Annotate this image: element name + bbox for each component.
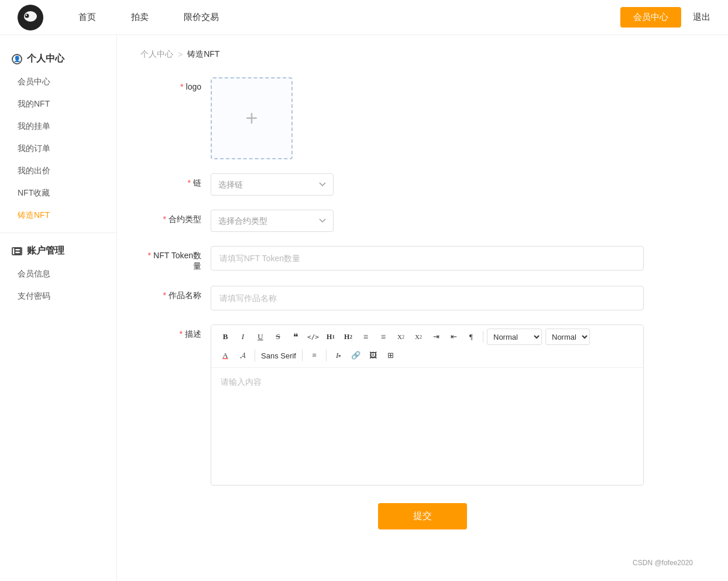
nav-home[interactable]: 首页: [78, 12, 96, 23]
personal-section-title: 👤 个人中心: [0, 47, 116, 71]
form-row-chain: *链 选择链: [140, 173, 705, 196]
contract-select[interactable]: 选择合约类型: [211, 210, 334, 232]
form-row-desc: *描述 B I U S ❝ </> H1 H2: [140, 324, 705, 486]
logo-label: *logo: [140, 77, 211, 91]
form-row-logo: *logo +: [140, 77, 705, 159]
logout-button[interactable]: 退出: [693, 12, 710, 23]
toolbar-bold[interactable]: B: [217, 329, 233, 345]
chain-content: 选择链: [211, 173, 644, 196]
sidebar-item-member-info[interactable]: 会员信息: [0, 263, 116, 285]
toolbar-clear-format[interactable]: Ix: [330, 347, 346, 364]
toolbar-unordered-list[interactable]: ≡: [375, 329, 392, 345]
main-content: 个人中心 > 铸造NFT *logo + *链 选择链: [117, 35, 728, 581]
editor-placeholder: 请输入内容: [221, 377, 262, 387]
rich-editor: B I U S ❝ </> H1 H2 ≡ ≡ X2 X2 ⇥: [211, 324, 644, 486]
sidebar-item-member-center[interactable]: 会员中心: [0, 71, 116, 93]
toolbar-link[interactable]: 🔗: [348, 347, 364, 364]
toolbar-strikethrough[interactable]: S: [270, 329, 286, 345]
toolbar-code[interactable]: </>: [305, 329, 321, 345]
nav-links: 首页 拍卖 限价交易: [78, 12, 620, 23]
toolbar-quote[interactable]: ❝: [287, 329, 304, 345]
footer-watermark: CSDN @fofee2020: [140, 553, 705, 573]
header-right: 会员中心 退出: [620, 7, 710, 28]
sidebar-item-my-bids[interactable]: 我的出价: [0, 160, 116, 182]
desc-label: *描述: [140, 324, 211, 340]
toolbar-h2[interactable]: H2: [340, 329, 356, 345]
desc-content: B I U S ❝ </> H1 H2 ≡ ≡ X2 X2 ⇥: [211, 324, 644, 486]
user-icon: 👤: [12, 54, 22, 64]
work-name-input[interactable]: [211, 286, 644, 310]
form-row-contract: *合约类型 选择合约类型: [140, 210, 705, 232]
toolbar-font-color[interactable]: A: [217, 347, 233, 364]
token-input[interactable]: [211, 246, 644, 271]
chain-select[interactable]: 选择链: [211, 173, 334, 196]
header: 首页 拍卖 限价交易 会员中心 退出: [0, 0, 728, 35]
nav-auction[interactable]: 拍卖: [131, 12, 149, 23]
editor-toolbar: B I U S ❝ </> H1 H2 ≡ ≡ X2 X2 ⇥: [211, 325, 643, 368]
toolbar-sep-1: [483, 331, 483, 343]
sidebar-item-pay-password[interactable]: 支付密码: [0, 285, 116, 307]
submit-button[interactable]: 提交: [378, 503, 467, 529]
site-logo[interactable]: [18, 5, 43, 30]
logo-area: [18, 5, 43, 30]
upload-box[interactable]: +: [211, 77, 293, 159]
sidebar-item-my-orders[interactable]: 我的挂单: [0, 115, 116, 138]
token-label: *NFT Token数量: [140, 246, 211, 272]
layout: 👤 个人中心 会员中心 我的NFT 我的挂单 我的订单 我的出价 NFT收藏 铸…: [0, 35, 728, 581]
toolbar-ordered-list[interactable]: ≡: [358, 329, 374, 345]
server-icon: ⊟: [12, 247, 22, 255]
toolbar-image[interactable]: 🖼: [365, 347, 382, 364]
sidebar: 👤 个人中心 会员中心 我的NFT 我的挂单 我的订单 我的出价 NFT收藏 铸…: [0, 35, 117, 581]
toolbar-subscript[interactable]: X2: [393, 329, 409, 345]
form-row-name: *作品名称: [140, 286, 705, 310]
toolbar-indent-right[interactable]: ⇥: [428, 329, 444, 345]
breadcrumb-separator: >: [178, 50, 183, 59]
toolbar-font-family-label: Sans Serif: [259, 351, 298, 360]
work-name-label: *作品名称: [140, 286, 211, 301]
toolbar-h1[interactable]: H1: [322, 329, 339, 345]
work-name-content: [211, 286, 644, 310]
member-center-button[interactable]: 会员中心: [620, 7, 681, 28]
breadcrumb: 个人中心 > 铸造NFT: [140, 49, 705, 60]
nav-limit-trade[interactable]: 限价交易: [184, 12, 219, 23]
svg-point-3: [26, 14, 27, 15]
contract-label: *合约类型: [140, 210, 211, 225]
toolbar-italic[interactable]: I: [235, 329, 251, 345]
toolbar-align[interactable]: ≡: [306, 347, 322, 364]
toolbar-superscript[interactable]: X2: [410, 329, 427, 345]
toolbar-paragraph[interactable]: ¶: [463, 329, 479, 345]
toolbar-sep-4: [326, 350, 327, 361]
sidebar-item-mint-nft[interactable]: 铸造NFT: [0, 204, 116, 227]
sidebar-divider: [0, 233, 116, 233]
breadcrumb-parent[interactable]: 个人中心: [140, 49, 173, 60]
toolbar-row-1: B I U S ❝ </> H1 H2 ≡ ≡ X2 X2 ⇥: [217, 329, 637, 345]
toolbar-underline[interactable]: U: [252, 329, 269, 345]
logo-content: +: [211, 77, 644, 159]
token-content: [211, 246, 644, 271]
sidebar-item-my-nft[interactable]: 我的NFT: [0, 93, 116, 115]
sidebar-item-nft-collect[interactable]: NFT收藏: [0, 182, 116, 204]
svg-point-2: [25, 13, 29, 18]
editor-body[interactable]: 请输入内容: [211, 368, 643, 485]
contract-content: 选择合约类型: [211, 210, 644, 232]
toolbar-table[interactable]: ⊞: [383, 347, 399, 364]
upload-plus-icon: +: [245, 108, 257, 129]
breadcrumb-current: 铸造NFT: [187, 49, 219, 60]
toolbar-indent-left[interactable]: ⇤: [445, 329, 462, 345]
toolbar-highlight[interactable]: 𝓐: [235, 347, 251, 364]
chain-label: *链: [140, 173, 211, 189]
toolbar-sep-3: [302, 350, 303, 361]
sidebar-item-my-purchases[interactable]: 我的订单: [0, 138, 116, 160]
account-section-title: ⊟ 账户管理: [0, 239, 116, 263]
toolbar-style-select[interactable]: Normal Heading 1 Heading 2 Heading 3: [487, 329, 542, 345]
toolbar-row-2: A 𝓐 Sans Serif ≡ Ix 🔗 🖼 ⊞: [217, 347, 637, 364]
toolbar-size-select[interactable]: Normal Small Large Huge: [545, 329, 590, 345]
submit-area: 提交: [140, 503, 705, 529]
form-row-token: *NFT Token数量: [140, 246, 705, 272]
toolbar-sep-2: [255, 350, 255, 361]
